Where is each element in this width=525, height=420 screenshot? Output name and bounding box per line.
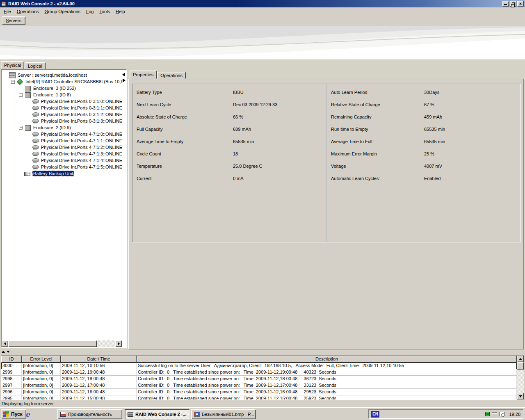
log-header-row: IDError LevelDate / TimeDescription bbox=[1, 356, 517, 363]
task-button-безымянный01-bmp-p[interactable]: Безымянный01.bmp - P... bbox=[191, 409, 256, 419]
menu-item-log[interactable]: Log bbox=[83, 8, 96, 15]
system-tray: EN 19:28 bbox=[368, 409, 523, 419]
tree-item-physical-drive-int-ports-0-3-1[interactable]: Physical Drive Int.Ports 0-3:1:0::ONLINE… bbox=[2, 98, 122, 105]
enclosure-icon bbox=[24, 92, 31, 98]
tree-collapse-icon[interactable] bbox=[11, 80, 15, 84]
task-button-производительность[interactable]: Производительность bbox=[57, 409, 122, 419]
log-row[interactable]: 2998[Information, 0]2009-11-12, 18:00:48… bbox=[1, 376, 517, 382]
scrollbar-track[interactable] bbox=[517, 370, 524, 393]
scrollbar-thumb[interactable] bbox=[8, 340, 97, 347]
physical-drive-icon bbox=[32, 144, 39, 150]
internet-explorer-icon[interactable]: e bbox=[25, 410, 30, 418]
log-row[interactable]: 2995[Information, 0]2009-11-12, 15:00:48… bbox=[1, 395, 517, 399]
scrollbar-down-button[interactable] bbox=[517, 393, 524, 399]
tree-item-enclosure-1-id-8[interactable]: Enclosure 1 (ID 8) bbox=[2, 91, 122, 98]
triangle-down-icon bbox=[519, 395, 522, 397]
tree-item-physical-drive-int-ports-0-3-1[interactable]: Physical Drive Int.Ports 0-3:1:3::ONLINE… bbox=[2, 118, 122, 124]
log-cell: [Information, 0] bbox=[22, 395, 61, 399]
scrollbar-up-button[interactable] bbox=[517, 356, 524, 362]
start-button[interactable]: Пуск bbox=[1, 409, 26, 419]
log-column-header-id[interactable]: ID bbox=[1, 356, 22, 363]
scroll-right-icon[interactable] bbox=[123, 78, 126, 82]
tree-item-physical-drive-int-ports-0-3-1[interactable]: Physical Drive Int.Ports 0-3:1:1::ONLINE… bbox=[2, 105, 122, 111]
tab-properties[interactable]: Properties bbox=[130, 71, 157, 79]
log-cell: Controller ID: 0 Time established since … bbox=[137, 376, 517, 382]
servers-button[interactable]: Servers bbox=[2, 16, 25, 25]
log-cell: [Information, 0] bbox=[22, 369, 61, 375]
title-bar[interactable]: RAID Web Console 2 - v2.64-00 × bbox=[0, 0, 525, 7]
property-value: 459 mAh bbox=[424, 114, 442, 119]
tray-printer-icon[interactable] bbox=[492, 412, 497, 416]
status-bar: Displaying log from server bbox=[0, 400, 525, 407]
menu-item-help[interactable]: Help bbox=[113, 8, 128, 15]
tree-item-physical-drive-int-ports-0-3-1[interactable]: Physical Drive Int.Ports 0-3:1:2::ONLINE… bbox=[2, 111, 122, 118]
log-column-header-description[interactable]: Description bbox=[137, 356, 517, 363]
menu-item-tools[interactable]: Tools bbox=[96, 8, 113, 15]
scrollbar-right-button[interactable] bbox=[115, 340, 122, 347]
battery-properties-box: Battery TypeIBBUNext Learn CycleDec 03 2… bbox=[132, 84, 521, 242]
tree-item-intel-r-raid-controller-srcsa[interactable]: Intel(R) RAID Controller SRCSASBB8I (Bus… bbox=[2, 78, 122, 85]
property-value: 30Days bbox=[424, 90, 439, 95]
log-cell: Controller ID: 0 Time established since … bbox=[137, 369, 517, 375]
tree-item-physical-drive-int-ports-4-7-1[interactable]: Physical Drive Int.Ports 4-7:1:0::ONLINE… bbox=[2, 131, 122, 137]
enclosure-icon bbox=[24, 125, 31, 130]
splitter-down-icon[interactable] bbox=[7, 351, 10, 353]
tree-item-physical-drive-int-ports-4-7-1[interactable]: Physical Drive Int.Ports 4-7:1:3::ONLINE… bbox=[2, 151, 122, 157]
language-indicator[interactable]: EN bbox=[371, 411, 379, 418]
log-column-header-error-level[interactable]: Error Level bbox=[22, 356, 61, 363]
property-value: 65535 min bbox=[424, 127, 445, 132]
menu-item-group-operations[interactable]: Group Operations bbox=[42, 8, 83, 15]
property-label: Automatic Learn Cycles: bbox=[331, 176, 380, 181]
property-row: Automatic Learn Cycles:Enabled bbox=[327, 173, 520, 185]
tree-item-physical-drive-int-ports-4-7-1[interactable]: Physical Drive Int.Ports 4-7:1:1::ONLINE… bbox=[2, 137, 122, 144]
raid-task-icon bbox=[128, 412, 133, 417]
screen: { "window": { "title": "RAID Web Console… bbox=[0, 0, 525, 420]
log-row[interactable]: 2999[Information, 0]2009-11-12, 19:00:48… bbox=[1, 369, 517, 376]
tray-scheduler-icon[interactable] bbox=[499, 412, 504, 416]
log-cell: 2009-11-12, 16:00:48 bbox=[61, 389, 137, 395]
physical-drive-icon bbox=[32, 158, 39, 163]
scrollbar-thumb[interactable] bbox=[517, 362, 524, 370]
physical-drive-icon bbox=[32, 118, 39, 124]
tree-item-physical-drive-int-ports-4-7-1[interactable]: Physical Drive Int.Ports 4-7:1:2::ONLINE… bbox=[2, 144, 122, 151]
splitter-up-icon[interactable] bbox=[2, 351, 5, 353]
property-value: IBBU bbox=[233, 90, 244, 95]
scroll-left-icon[interactable] bbox=[122, 73, 125, 77]
tree-item-battery-backup-unit[interactable]: Battery Backup Unit bbox=[2, 170, 122, 177]
property-value: 25.0 Degree C bbox=[233, 164, 262, 169]
minimize-button[interactable] bbox=[502, 1, 509, 7]
scrollbar-left-button[interactable] bbox=[2, 340, 8, 347]
tray-status-icon[interactable] bbox=[485, 412, 490, 416]
tree-collapse-icon[interactable] bbox=[19, 126, 23, 130]
log-cell: Successful log on to the server User: Ад… bbox=[137, 363, 517, 369]
log-row[interactable]: 2996[Information, 0]2009-11-12, 16:00:48… bbox=[1, 389, 517, 395]
tab-physical[interactable]: Physical bbox=[1, 61, 24, 69]
physical-drive-icon bbox=[32, 138, 39, 144]
tree-item-enclosure-2-id-9[interactable]: Enclosure 2 (ID 9) bbox=[2, 124, 122, 131]
tab-operations[interactable]: Operations bbox=[157, 72, 186, 79]
tab-logical[interactable]: Logical bbox=[25, 62, 46, 69]
menu-bar: FileOperationsGroup OperationsLogToolsHe… bbox=[0, 7, 525, 16]
device-tree-panel: Server : serversql.metida.localhostIntel… bbox=[1, 69, 127, 348]
tree-item-physical-drive-int-ports-4-7-1[interactable]: Physical Drive Int.Ports 4-7:1:5::ONLINE… bbox=[2, 164, 122, 170]
restore-button[interactable] bbox=[510, 1, 516, 7]
properties-left-column: Battery TypeIBBUNext Learn CycleDec 03 2… bbox=[132, 87, 326, 242]
task-button-raid-web-console-2[interactable]: RAID Web Console 2 -... bbox=[125, 409, 189, 419]
triangle-right-icon bbox=[118, 342, 120, 345]
close-button[interactable]: × bbox=[517, 1, 524, 7]
menu-item-operations[interactable]: Operations bbox=[14, 8, 42, 15]
property-label: Next Learn Cycle bbox=[137, 102, 171, 107]
tree-item-enclosure-3-id-252[interactable]: Enclosure 3 (ID 252) bbox=[2, 85, 122, 91]
tree-collapse-icon[interactable] bbox=[19, 93, 23, 97]
log-row[interactable]: 2997[Information, 0]2009-11-12, 17:00:48… bbox=[1, 382, 517, 389]
log-column-header-date-time[interactable]: Date / Time bbox=[61, 356, 137, 363]
tree-item-server-serversql-metida-loca[interactable]: Server : serversql.metida.localhost bbox=[2, 72, 122, 78]
menu-item-file[interactable]: File bbox=[1, 8, 14, 15]
scrollbar-track[interactable] bbox=[97, 340, 115, 347]
tree-item-physical-drive-int-ports-4-7-1[interactable]: Physical Drive Int.Ports 4-7:1:4::ONLINE… bbox=[2, 157, 122, 164]
log-splitter[interactable] bbox=[2, 349, 10, 354]
property-row: Temperature25.0 Degree C bbox=[132, 160, 326, 173]
properties-panel: Battery TypeIBBUNext Learn CycleDec 03 2… bbox=[128, 79, 524, 349]
task-button-label: Производительность bbox=[68, 412, 112, 417]
log-row[interactable]: 3000[Information, 0]2009-11-12, 10:10:56… bbox=[1, 363, 517, 369]
